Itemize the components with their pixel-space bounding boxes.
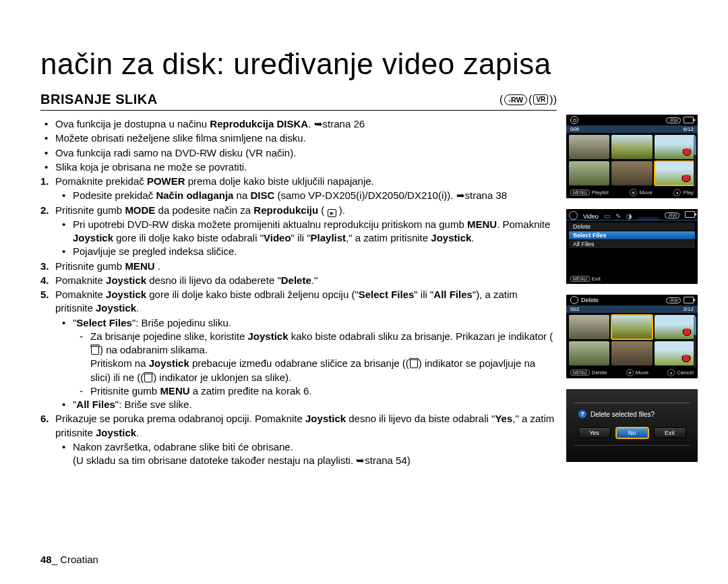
- badge-vr: VR: [533, 94, 548, 105]
- tab-icon[interactable]: ✎: [615, 212, 621, 220]
- tab-icon[interactable]: ▭: [604, 212, 610, 220]
- thumbnail-selected[interactable]: [655, 161, 695, 185]
- step-3: 3. Pritisnite gumb MENU .: [40, 260, 557, 273]
- footer-lang: Croatian: [60, 554, 98, 565]
- camcorder-icon: [685, 211, 695, 218]
- menu-button-label: MENU: [570, 276, 590, 282]
- step-5: 5. Pomaknite Joystick gore ili dolje kak…: [40, 288, 557, 316]
- play-mode-icon: ▸: [328, 209, 336, 217]
- page-number: 48: [40, 554, 52, 565]
- badge-rw: -RW: [665, 212, 679, 218]
- lcd-screenshot-menu: Video ▭ ✎ ◑ -RW Delete Select Files All …: [566, 209, 698, 284]
- dialog-no-button[interactable]: No: [616, 428, 648, 438]
- disc-icon: [570, 116, 578, 124]
- step-5-selectfiles-detail-cont: Pritiskom na Joystick prebacuje između o…: [40, 357, 557, 384]
- move-icon: ✥: [630, 189, 637, 196]
- lcd-screenshot-dialog: ? Delete selected files? Yes No Exit: [566, 389, 698, 462]
- cancel-icon: ●: [667, 369, 675, 376]
- menu-item-delete[interactable]: Delete: [569, 223, 695, 231]
- menu-item-select-files[interactable]: Select Files: [569, 231, 695, 239]
- step-6-sub-cont: (U skladu sa tim obrisane datoteke takođ…: [40, 454, 557, 467]
- play-label: Play: [683, 189, 694, 196]
- thumbnail[interactable]: [611, 135, 652, 159]
- scrollbar[interactable]: [694, 316, 696, 368]
- dialog-yes-button[interactable]: Yes: [578, 428, 611, 438]
- step-1-sub: Podesite prekidač Način odlaganja na DIS…: [40, 189, 557, 202]
- thumbnail[interactable]: [569, 315, 609, 339]
- step-6: 6. Prikazuje se poruka prema odabranoj o…: [40, 412, 557, 440]
- badge-rw: -RW: [666, 117, 681, 123]
- intro-bullet: Ova funkcija je dostupna u načinu Reprod…: [40, 117, 557, 131]
- step-5-selectfiles: "Select Files": Briše pojedinu sliku.: [40, 316, 557, 330]
- cancel-label: Cancel: [677, 370, 694, 376]
- section-heading: BRISANJE SLIKA: [40, 92, 499, 107]
- page-title: način za disk: uređivanje video zapisa: [40, 47, 701, 81]
- badge-rw: -RW: [504, 94, 527, 105]
- index-counter: 6/12: [683, 126, 694, 132]
- scrollbar[interactable]: [694, 136, 696, 187]
- move-label: Move: [639, 189, 653, 196]
- thumbnail[interactable]: [611, 341, 652, 366]
- delete-label: Delete: [592, 370, 607, 376]
- intro-bullet: Slika koja je obrisana ne može se povrat…: [40, 160, 557, 174]
- step-5-selectfiles-detail2: Pritisnite gumb MENU a zatim pređite na …: [40, 384, 557, 398]
- globe-icon: [570, 296, 578, 304]
- trash-icon: [410, 359, 418, 368]
- tab-icon[interactable]: ◑: [626, 212, 632, 220]
- step-2-sub2: Pojavljuje se pregled indeksa sličice.: [40, 245, 557, 258]
- intro-bullet: Možete obrisati neželjene slike filma sn…: [40, 132, 557, 145]
- menu-button-label: MENU: [570, 370, 590, 376]
- thumbnail[interactable]: [655, 315, 695, 339]
- trash-icon: [144, 374, 152, 382]
- camcorder-icon: [684, 117, 694, 123]
- step-2-sub1: Pri upotrebi DVD-RW diska možete promije…: [40, 218, 557, 245]
- step-6-sub: Nakon završetka, odabrane slike biti će …: [40, 440, 557, 454]
- thumbnail[interactable]: [611, 161, 652, 185]
- move-icon: ✥: [626, 369, 634, 376]
- folder-number: 006: [570, 126, 579, 132]
- menu-button-label: MENU: [570, 189, 590, 196]
- step-2: 2. Pritisnite gumb MODE da podesite nači…: [40, 204, 557, 217]
- menu-item-all-files[interactable]: All Files: [569, 240, 695, 248]
- exit-label: Exit: [592, 276, 601, 282]
- trash-icon: [91, 346, 99, 355]
- lcd-screenshot-delete-select: Delete -RW 002 2/12: [566, 295, 698, 378]
- thumbnail[interactable]: [569, 341, 609, 366]
- index-counter: 2/12: [683, 306, 694, 312]
- intro-bullet: Ova funkcija radi samo na DVD-RW disku (…: [40, 146, 557, 160]
- lcd-screenshot-thumbnails: -RW 006 6/12 MENU: [566, 115, 698, 198]
- disc-type-badges: ( -RW ( VR )): [499, 94, 557, 106]
- thumbnail[interactable]: [569, 161, 609, 185]
- dialog-message: Delete selected files?: [590, 411, 655, 418]
- badge-rw: -RW: [666, 297, 681, 303]
- folder-number: 002: [570, 306, 579, 312]
- thumbnail[interactable]: [655, 341, 695, 366]
- tab-video[interactable]: Video: [583, 213, 599, 220]
- step-5-selectfiles-detail: Za brisanje pojedine slike, koristite Jo…: [40, 330, 557, 357]
- step-4: 4. Pomaknite Joystick desno ili lijevo d…: [40, 274, 557, 287]
- step-1: 1. Pomaknite prekidač POWER prema dolje …: [40, 175, 557, 188]
- camcorder-icon: [684, 297, 694, 303]
- globe-icon: [569, 211, 578, 220]
- play-icon: ●: [673, 189, 681, 196]
- thumbnail[interactable]: [569, 135, 609, 159]
- thumbnail[interactable]: [655, 135, 695, 159]
- footer: 48_ Croatian: [40, 554, 98, 565]
- question-icon: ?: [578, 410, 586, 418]
- playlist-label: Playlist: [592, 189, 609, 196]
- thumbnail-selected[interactable]: [611, 315, 652, 339]
- dialog-exit-button[interactable]: Exit: [654, 428, 686, 438]
- step-5-allfiles: "All Files": Briše sve slike.: [40, 398, 557, 411]
- move-label: Move: [636, 370, 649, 376]
- screen-title: Delete: [581, 297, 599, 303]
